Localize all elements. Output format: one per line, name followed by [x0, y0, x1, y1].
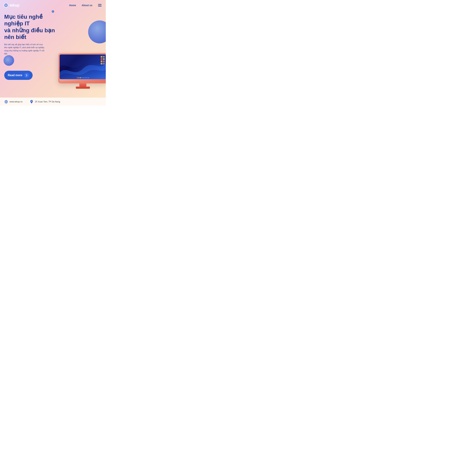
hamburger-menu-icon[interactable] — [98, 4, 102, 6]
app-icon-dot — [101, 58, 102, 60]
taskbar-dot — [80, 77, 81, 78]
page-wrapper: tekup Home About us Mục tiêu nghề nghiệp… — [0, 0, 106, 106]
read-more-label: Read more — [8, 74, 22, 77]
chevron-right-icon — [25, 74, 28, 77]
monitor-illustration — [58, 53, 106, 89]
read-more-button[interactable]: Read more — [4, 71, 33, 80]
read-more-arrow-icon — [24, 73, 29, 78]
screen-taskbar — [77, 77, 89, 78]
deco-circle-right — [88, 20, 106, 43]
app-icon-dot — [101, 63, 102, 65]
main-headline: Mục tiêu nghề nghiệp IT và những điều bạ… — [4, 13, 63, 41]
deco-circle-top — [52, 10, 54, 13]
taskbar-dot — [78, 77, 80, 78]
footer-address-item: 25 Xuan Tam, TP Da Nang — [30, 100, 60, 104]
monitor-screen — [60, 54, 106, 79]
deco-circle-left — [3, 55, 14, 66]
globe-icon — [4, 100, 8, 104]
monitor-chin — [60, 79, 106, 81]
app-icon-dot — [103, 60, 105, 62]
location-icon — [30, 100, 34, 104]
nav-area: Home About us — [69, 4, 102, 7]
taskbar-dot — [88, 77, 89, 78]
taskbar-dot — [86, 77, 87, 78]
logo-icon — [3, 3, 8, 8]
monitor-outer — [58, 53, 106, 83]
hero-section: Mục tiêu nghề nghiệp IT và những điều bạ… — [0, 10, 106, 98]
footer-address-text: 25 Xuan Tam, TP Da Nang — [35, 101, 60, 103]
app-icon-dot — [103, 56, 105, 58]
taskbar-dot — [82, 77, 83, 78]
header: tekup Home About us — [0, 0, 106, 10]
nav-home[interactable]: Home — [69, 4, 76, 7]
footer-website-text: www.tekup.vn — [10, 101, 23, 103]
screen-waves-svg — [60, 54, 106, 79]
app-icon-dot — [103, 58, 105, 60]
screen-app-icons — [101, 56, 105, 65]
app-icon-dot — [101, 60, 102, 62]
monitor-stand-top — [79, 83, 86, 86]
svg-point-10 — [31, 101, 32, 102]
taskbar-dot — [83, 77, 84, 78]
taskbar-dot — [77, 77, 78, 78]
nav-about[interactable]: About us — [82, 4, 92, 7]
logo-area[interactable]: tekup — [3, 3, 19, 8]
app-icon-dot — [103, 63, 105, 65]
footer-website-item: www.tekup.vn — [4, 100, 23, 104]
monitor-stand-base — [76, 86, 90, 89]
logo-text: tekup — [10, 3, 19, 8]
taskbar-dot — [85, 77, 86, 78]
app-icon-dot — [101, 56, 102, 58]
hero-subtext: Bài viết này sẽ giúp bạn hiểu rõ hơn về … — [4, 43, 45, 55]
footer: www.tekup.vn 25 Xuan Tam, TP Da Nang — [0, 98, 106, 106]
